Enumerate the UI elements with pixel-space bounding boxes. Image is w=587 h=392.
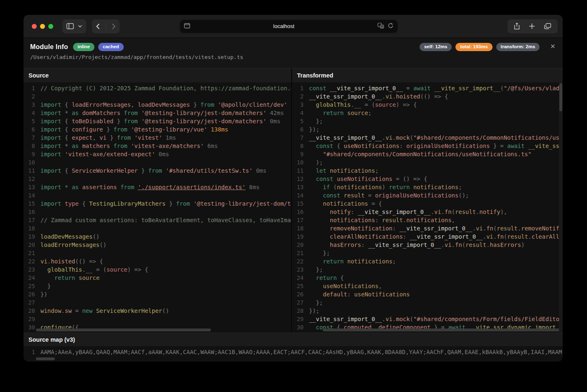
code-line: 17// Zammad custom assertions: toBeAvata… [24,216,291,224]
reload-icon[interactable] [388,23,394,30]
line-number: 5 [24,117,37,125]
transformed-vertical-scrollbar[interactable] [559,83,562,111]
code-token: result [344,192,365,199]
line-content: hasErrors: __vite_ssr_import_0__.vi.fn(r… [309,241,563,249]
code-panels: Source 1// Copyright (C) 2012-2025 Zamma… [24,68,563,333]
code-line: 22vi.hoisted(() => { [24,257,291,265]
code-token: // Zammad custom assertions: toBeAvatarE… [40,217,291,223]
line-content: const result = originalUseNotifications(… [309,191,563,200]
translate-icon[interactable]: x [377,23,384,30]
source-horizontal-scrollbar[interactable] [36,329,211,331]
page-settings-icon[interactable] [184,23,190,30]
code-line: 10 ); [292,158,563,167]
line-content: loadErrorMessages() [40,241,291,249]
code-token [309,184,323,190]
line-content: }); [309,307,563,315]
code-token: fn [486,225,493,232]
code-token: '@testing-library/jest-dom/types/matcher… [193,200,291,207]
code-token: source [106,266,127,273]
line-content: const { useNotifications: originalUseNot… [309,142,563,150]
module-link[interactable]: './support/assertions/index.ts' [138,184,245,190]
code-token: . [483,233,486,240]
code-token: . [403,217,406,223]
code-line: 3 globalThis.__ = (source) => { [292,101,563,109]
line-number: 11 [24,167,37,175]
code-token: loadErrorMessages [40,242,99,248]
code-line: 6import { configure } from '@testing-lib… [24,125,291,134]
line-content: }) [40,290,291,298]
code-token: vi [385,316,392,322]
toolbar-right-group [507,19,558,33]
sidebar-icon[interactable] [66,23,74,29]
tab-overview-icon[interactable] [544,23,551,29]
line-number: 6 [292,125,306,134]
code-token: } [40,283,51,289]
back-button[interactable] [96,23,100,29]
close-panel-button[interactable]: × [550,42,555,50]
code-token: __ [86,266,93,273]
code-token: : [361,242,368,248]
code-token: __vite_ssr_import_0__ [410,233,483,240]
code-token: hasErrors [330,242,361,248]
code-token: fn [455,242,462,248]
code-token: { [65,101,72,108]
forward-button[interactable] [112,23,116,29]
code-line: 7import { expect, vi } from 'vitest' 1ms [24,134,291,142]
code-line: 12 const useNotifications = () => { [292,175,563,183]
code-token: import [40,110,65,116]
code-token: }; [316,266,323,273]
line-content: useNotifications, [309,282,563,290]
close-window-button[interactable] [32,24,37,29]
code-token: sw [65,307,72,314]
code-token: { [65,126,72,133]
line-number: 12 [292,175,306,183]
code-token: expect [72,134,93,141]
code-token: "#shared/components/CommonNotifications/… [323,151,532,157]
new-tab-icon[interactable] [529,23,535,29]
zoom-window-button[interactable] [48,24,53,29]
code-line: 8 const { useNotifications: originalUseN… [292,142,563,150]
page-title: Module Info [30,43,68,51]
address-bar[interactable]: localhost x [180,20,398,33]
code-token: } [106,134,117,141]
code-line: 1// Copyright (C) 2012-2025 Zammad Found… [24,84,291,92]
code-token: = ( [92,266,106,273]
code-token: vi [476,225,483,232]
code-token: . [82,266,85,273]
sourcemap-mappings: AAMA;AAeA,yBAAG,QAAQ,MAAM;AACf,aAAW,KAAK… [40,347,563,357]
code-token: await [413,85,434,92]
code-token [309,200,323,207]
code-token: result [455,209,476,215]
code-token: }; [316,299,323,306]
code-token: globalThis [316,101,351,108]
code-token: import [40,151,65,157]
code-token: . [528,233,531,240]
code-line: 21 [24,249,291,257]
code-token: = [403,85,413,92]
line-number: 15 [292,200,306,208]
code-token: 42ms [266,110,284,116]
code-token: ( [410,316,413,322]
chevron-down-icon[interactable] [78,25,82,28]
line-content: }; [309,249,563,257]
line-content: import { toBeDisabled } from '@testing-l… [40,117,291,125]
share-icon[interactable] [514,23,520,30]
code-token: default [323,291,347,298]
sourcemap-horizontal-scrollbar[interactable] [36,357,55,360]
line-number: 1 [24,84,37,92]
code-token: clearAllNotifications [330,233,403,240]
code-token: vi [445,242,452,248]
code-token: (() => { [420,93,448,100]
code-token: originalUseNotifications [406,143,490,149]
line-number: 21 [292,249,306,257]
line-number: 25 [24,282,37,290]
minimize-window-button[interactable] [40,24,45,29]
code-token: type [65,200,82,207]
code-token: 1ms [162,134,176,141]
code-token: }; [309,118,323,124]
line-number: 18 [24,224,37,232]
code-line: 13import * as assertions from './support… [24,183,291,191]
transformed-horizontal-scrollbar[interactable] [323,329,561,331]
transformed-code: 1const __vite_ssr_import_0__ = await __v… [292,82,563,331]
code-token [309,233,330,240]
